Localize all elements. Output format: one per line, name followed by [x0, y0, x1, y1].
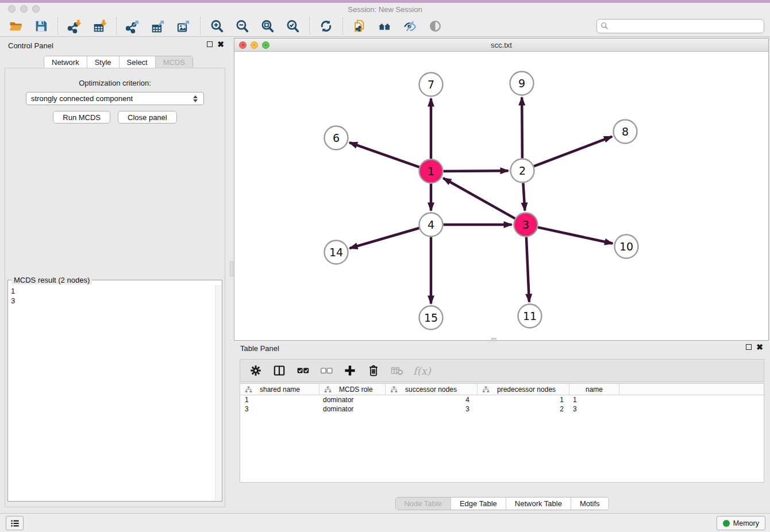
add-column-button[interactable]	[342, 363, 357, 378]
delete-table-icon	[390, 364, 404, 377]
window-close-button[interactable]	[8, 5, 16, 13]
refresh-icon	[319, 19, 333, 33]
node-table-header-row: shared nameMCDS rolesuccessor nodesprede…	[240, 384, 764, 395]
zoom-fit-button[interactable]	[260, 18, 275, 34]
vertical-splitter-handle[interactable]	[230, 261, 233, 276]
export-table-button[interactable]	[151, 18, 166, 34]
column-header-MCDS-role[interactable]: MCDS role	[319, 384, 386, 395]
add-column-icon	[343, 364, 357, 377]
export-network-button[interactable]	[125, 18, 141, 34]
table-panel-close-icon[interactable]: ✖	[756, 344, 763, 350]
cell-shared-name[interactable]: 1	[240, 396, 319, 404]
window-minimize-button[interactable]	[20, 5, 28, 13]
tab-network-table[interactable]: Network Table	[506, 498, 571, 510]
optimization-criterion-select[interactable]: strongly connected component	[26, 92, 204, 105]
control-panel-tabs: NetworkStyleSelectMCDS	[44, 56, 193, 69]
panel-menu-button[interactable]	[6, 516, 24, 530]
tab-edge-table[interactable]: Edge Table	[451, 498, 506, 510]
node-11-label: 11	[523, 310, 537, 322]
control-panel-float-icon[interactable]	[207, 41, 213, 47]
table-panel-tabs: Node TableEdge TableNetwork TableMotifs	[395, 497, 609, 510]
tab-motifs[interactable]: Motifs	[571, 498, 609, 510]
home-icon	[378, 19, 392, 33]
toggle-columns-button[interactable]	[272, 363, 287, 378]
window-titlebar: Session: New Session	[0, 3, 770, 16]
table-panel: Table Panel ✖ f(x) shared nameMCDS roles…	[234, 342, 770, 513]
cell-name[interactable]: 3	[569, 405, 619, 413]
export-image-button[interactable]	[176, 18, 191, 34]
tab-style[interactable]: Style	[87, 56, 119, 68]
delete-column-button[interactable]	[366, 363, 381, 378]
edge-3-10[interactable]	[538, 228, 613, 244]
control-panel-close-icon[interactable]: ✖	[217, 41, 224, 47]
refresh-button[interactable]	[318, 18, 334, 34]
show-columns-checked-icon	[296, 364, 310, 377]
hide-visibility-icon	[403, 19, 417, 33]
edge-2-3[interactable]	[523, 183, 525, 211]
settings-gear-button[interactable]	[248, 363, 263, 378]
tab-mcds[interactable]: MCDS	[155, 56, 192, 68]
search-box	[596, 19, 764, 33]
close-panel-button[interactable]: Close panel	[118, 111, 177, 124]
home-button[interactable]	[377, 18, 392, 34]
cell-successor-nodes[interactable]: 3	[386, 405, 478, 413]
edge-1-2[interactable]	[444, 171, 509, 171]
cell-MCDS-role[interactable]: dominator	[319, 405, 386, 413]
open-file-button[interactable]	[8, 18, 24, 34]
show-columns-checked-button[interactable]	[295, 363, 310, 378]
export-table-icon	[151, 19, 165, 33]
cell-predecessor-nodes[interactable]: 2	[478, 405, 569, 413]
edge-2-8[interactable]	[534, 137, 612, 167]
node-10-label: 10	[619, 240, 633, 253]
import-network-button[interactable]	[67, 18, 82, 34]
hide-columns-unchecked-button[interactable]	[319, 363, 334, 378]
column-header-shared-name[interactable]: shared name	[240, 384, 319, 395]
duplicate-network-button[interactable]	[352, 18, 367, 34]
toggle-columns-icon	[272, 364, 286, 377]
tab-network[interactable]: Network	[44, 56, 87, 68]
edge-3-11[interactable]	[526, 237, 529, 302]
mcds-result-title: MCDS result (2 nodes)	[11, 276, 92, 284]
edge-1-6[interactable]	[349, 142, 419, 167]
cell-shared-name[interactable]: 3	[240, 405, 319, 413]
cell-name[interactable]: 1	[569, 396, 619, 404]
hide-visibility-button[interactable]	[402, 18, 418, 34]
edge-4-14[interactable]	[350, 228, 419, 248]
function-builder-button: f(x)	[413, 363, 431, 378]
cell-MCDS-role[interactable]: dominator	[319, 396, 386, 404]
import-table-button[interactable]	[92, 18, 107, 34]
zoom-selected-button[interactable]	[285, 18, 301, 34]
column-header-successor-nodes[interactable]: successor nodes	[386, 384, 478, 395]
column-header-name[interactable]: name	[569, 384, 619, 395]
table-row[interactable]: 3dominator323	[240, 404, 764, 414]
horizontal-splitter-handle[interactable]	[491, 338, 496, 341]
duplicate-network-icon	[352, 19, 367, 33]
delete-column-icon	[367, 364, 380, 377]
node-2-label: 2	[519, 164, 526, 177]
node-4-label: 4	[428, 218, 434, 231]
column-header-predecessor-nodes[interactable]: predecessor nodes	[478, 384, 569, 395]
zoom-in-button[interactable]	[209, 18, 225, 34]
tree-icon	[324, 386, 332, 393]
mcds-result-scrollbar[interactable]	[215, 285, 221, 500]
window-maximize-button[interactable]	[32, 5, 40, 13]
delete-table-button	[390, 363, 405, 378]
tab-select[interactable]: Select	[119, 56, 155, 68]
edge-2-9[interactable]	[522, 98, 522, 159]
zoom-out-button[interactable]	[234, 18, 250, 34]
table-panel-float-icon[interactable]	[746, 344, 752, 350]
cell-predecessor-nodes[interactable]: 1	[478, 396, 569, 404]
save-session-button[interactable]	[33, 18, 49, 34]
search-input[interactable]	[611, 22, 760, 30]
mcds-result-list[interactable]: 13	[9, 285, 214, 500]
control-panel: Control Panel ✖ NetworkStyleSelectMCDS O…	[0, 37, 230, 513]
tab-node-table[interactable]: Node Table	[395, 498, 451, 510]
network-canvas[interactable]: 7968124314101511	[234, 52, 768, 340]
cell-successor-nodes[interactable]: 4	[386, 396, 478, 404]
column-header-filler	[619, 384, 764, 395]
run-mcds-button[interactable]: Run MCDS	[53, 111, 110, 124]
edge-3-1[interactable]	[443, 178, 515, 218]
memory-button[interactable]: Memory	[717, 516, 765, 530]
zoom-fit-icon	[260, 19, 275, 33]
table-row[interactable]: 1dominator411	[240, 395, 764, 404]
